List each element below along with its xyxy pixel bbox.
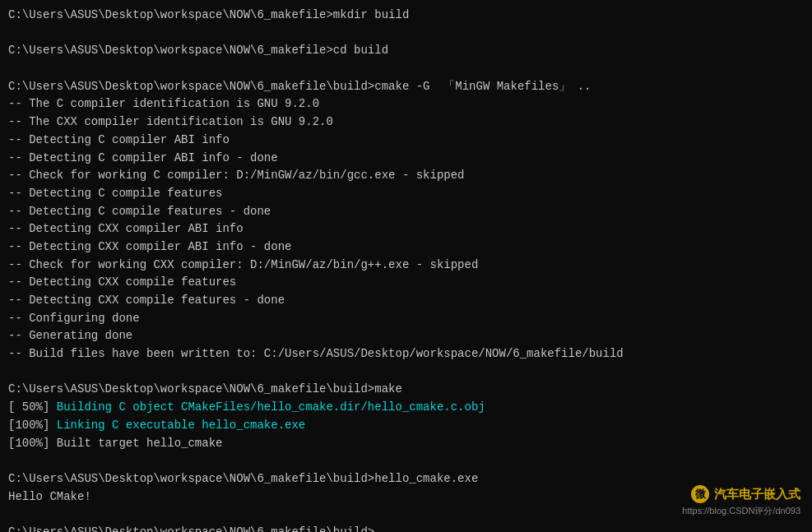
terminal-line [8,452,804,470]
watermark-icon: 微 [691,485,709,503]
terminal-line: -- Build files have been written to: C:/… [8,345,804,363]
terminal-line: -- Detecting C compiler ABI info - done [8,150,804,168]
terminal-line: -- Configuring done [8,310,804,328]
terminal-window: C:\Users\ASUS\Desktop\workspace\NOW\6_ma… [0,0,812,532]
terminal-line: -- Check for working C compiler: D:/MinG… [8,167,804,185]
terminal-line: -- Detecting CXX compiler ABI info [8,220,804,238]
watermark-text: 汽车电子嵌入式 [714,487,800,502]
terminal-line: C:\Users\ASUS\Desktop\workspace\NOW\6_ma… [8,78,804,96]
terminal-line: -- Detecting CXX compile features - done [8,292,804,310]
terminal-line: -- The C compiler identification is GNU … [8,95,804,113]
terminal-line: C:\Users\ASUS\Desktop\workspace\NOW\6_ma… [8,7,804,25]
terminal-line [8,25,804,43]
terminal-line: -- The CXX compiler identification is GN… [8,113,804,132]
terminal-line: C:\Users\ASUS\Desktop\workspace\NOW\6_ma… [8,524,804,532]
watermark-title: 微 汽车电子嵌入式 [682,485,800,503]
terminal-line: [100%] Linking C executable hello_cmake.… [8,417,804,435]
terminal-line: C:\Users\ASUS\Desktop\workspace\NOW\6_ma… [8,42,804,60]
terminal-line: -- Check for working CXX compiler: D:/Mi… [8,257,804,275]
terminal-line: -- Detecting CXX compile features [8,274,804,292]
watermark: 微 汽车电子嵌入式 https://blog.CSDN评分/dn093 [682,485,800,517]
terminal-line: -- Generating done [8,327,804,345]
terminal-line: [100%] Built target hello_cmake [8,435,804,453]
terminal-line: -- Detecting C compiler ABI info [8,132,804,150]
terminal-line [8,363,804,382]
terminal-line: -- Detecting C compile features - done [8,203,804,221]
terminal-line: -- Detecting C compile features [8,185,804,203]
terminal-line: C:\Users\ASUS\Desktop\workspace\NOW\6_ma… [8,381,804,399]
terminal-line [8,60,804,78]
watermark-url: https://blog.CSDN评分/dn093 [682,505,800,517]
terminal-line: [ 50%] Building C object CMakeFiles/hell… [8,399,804,417]
terminal-line: -- Detecting CXX compiler ABI info - don… [8,238,804,257]
terminal-output: C:\Users\ASUS\Desktop\workspace\NOW\6_ma… [8,7,804,532]
